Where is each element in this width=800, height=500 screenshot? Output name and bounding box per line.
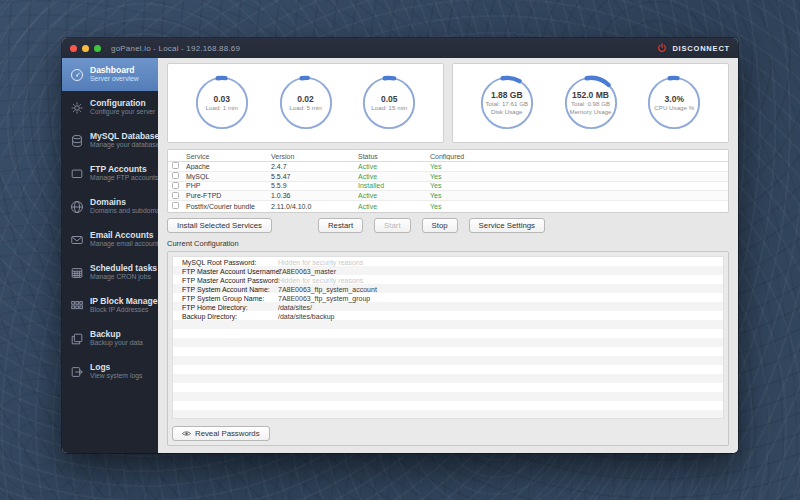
column-header-version: Version [271, 153, 358, 160]
sidebar-item-mysql-databases[interactable]: MySQL Databases Manage your databases [62, 124, 158, 157]
config-row-ftp-master-username: FTP Master Account Username: 7A8E0063_ma… [173, 267, 723, 276]
sidebar-item-label: FTP Accounts [90, 165, 158, 175]
sidebar-item-configuration[interactable]: Configuration Configure your server [62, 91, 158, 124]
sidebar-item-sublabel: Manage FTP accounts [90, 174, 158, 182]
service-checkbox[interactable] [172, 182, 179, 189]
column-header-status: Status [358, 153, 430, 160]
sidebar-item-label: Configuration [90, 99, 155, 109]
sidebar-item-sublabel: Manage email accounts [90, 240, 158, 248]
config-row-ftp-system-group: FTP System Group Name: 7A8E0063_ftp_syst… [173, 294, 723, 303]
table-row-mysql[interactable]: MySQL 5.5.47 Active Yes [168, 172, 728, 182]
table-header-row: Service Version Status Configured [168, 151, 728, 162]
gauge-load-5min: 0.02Load: 5 min [276, 71, 336, 135]
config-row-backup-directory: Backup Directory: /data/sites/backup [173, 312, 723, 321]
service-checkbox[interactable] [172, 172, 179, 179]
sidebar-item-email-accounts[interactable]: Email Accounts Manage email accounts [62, 223, 158, 256]
sidebar-item-ftp-accounts[interactable]: FTP Accounts Manage FTP accounts [62, 157, 158, 190]
service-checkbox[interactable] [172, 192, 179, 199]
disconnect-button[interactable]: DISCONNECT [657, 43, 730, 53]
sidebar-item-domains[interactable]: Domains Domains and subdomains [62, 190, 158, 223]
resource-usage-panel: 1.88 GBTotal: 17.61 GBDisk Usage 152.0 M… [452, 63, 729, 143]
stop-button[interactable]: Stop [422, 218, 458, 233]
service-actions: Install Selected Services Restart Start … [167, 218, 729, 233]
sidebar-item-sublabel: Backup your data [90, 339, 143, 347]
table-row-php[interactable]: PHP 5.5.9 Installed Yes [168, 182, 728, 192]
sidebar-item-sublabel: Domains and subdomains [90, 207, 158, 215]
app-window: goPanel.io - Local - 192.168.88.69 DISCO… [62, 38, 738, 453]
status-badge: Active [358, 173, 430, 180]
service-checkbox[interactable] [172, 162, 179, 169]
reveal-passwords-button[interactable]: Reveal Passwords [172, 426, 270, 441]
gauge-load-1min: 0.03Load: 1 min [192, 71, 252, 135]
config-row-ftp-system-account: FTP System Account Name: 7A8E0063_ftp_sy… [173, 285, 723, 294]
config-row-ftp-home-directory: FTP Home Directory: /data/sites/ [173, 303, 723, 312]
power-icon [657, 43, 667, 53]
service-settings-button[interactable]: Service Settings [469, 218, 545, 233]
sidebar-item-backup[interactable]: Backup Backup your data [62, 322, 158, 355]
sidebar-item-label: Email Accounts [90, 231, 158, 241]
status-badge: Active [358, 203, 430, 210]
sidebar-item-label: Dashboard [90, 66, 139, 76]
sidebar-item-label: Scheduled tasks [90, 264, 157, 274]
grid-squares-icon [69, 298, 84, 313]
table-row-apache[interactable]: Apache 2.4.7 Active Yes [168, 162, 728, 172]
gauge-memory-usage: 152.0 MBTotal: 0.98 GBMemory Usage [561, 71, 621, 135]
sidebar-item-dashboard[interactable]: Dashboard Server overview [62, 58, 158, 91]
sidebar-item-sublabel: Block IP Addresses [90, 306, 158, 314]
speedometer-icon [69, 67, 84, 82]
gauge-cpu-usage: 3.0%CPU Usage % [644, 71, 704, 135]
database-icon [69, 133, 84, 148]
service-checkbox[interactable] [172, 202, 179, 209]
table-row-postfix[interactable]: Postfix/Courier bundle 2.11.0/4.10.0 Act… [168, 201, 728, 211]
sidebar-item-label: Domains [90, 198, 158, 208]
restart-button[interactable]: Restart [318, 218, 363, 233]
load-average-panel: 0.03Load: 1 min 0.02Load: 5 min 0.05Load… [167, 63, 444, 143]
eye-icon [182, 430, 191, 437]
status-badge: Active [358, 192, 430, 199]
disconnect-label: DISCONNECT [672, 44, 730, 53]
export-arrow-icon [69, 364, 84, 379]
sidebar-item-label: MySQL Databases [90, 132, 158, 142]
sidebar-item-label: IP Block Manager [90, 297, 158, 307]
sidebar-item-sublabel: Server overview [90, 75, 139, 83]
zoom-window-button[interactable] [94, 45, 101, 52]
config-row-mysql-root-password: MySQL Root Password: Hidden for security… [173, 258, 723, 267]
current-configuration-label: Current Configuration [167, 239, 729, 248]
envelope-icon [69, 232, 84, 247]
services-table: Service Version Status Configured Apache… [167, 149, 729, 213]
sidebar-item-label: Logs [90, 363, 142, 373]
sidebar-item-sublabel: Manage CRON jobs [90, 273, 157, 281]
sidebar-item-label: Backup [90, 330, 143, 340]
configuration-list: MySQL Root Password: Hidden for security… [172, 256, 724, 419]
configuration-panel: MySQL Root Password: Hidden for security… [167, 251, 729, 446]
traffic-lights [70, 45, 101, 52]
minimize-window-button[interactable] [82, 45, 89, 52]
status-badge: Active [358, 163, 430, 170]
column-header-configured: Configured [430, 153, 724, 160]
install-selected-services-button[interactable]: Install Selected Services [167, 218, 272, 233]
main-content: 0.03Load: 1 min 0.02Load: 5 min 0.05Load… [158, 58, 738, 453]
sidebar-item-logs[interactable]: Logs View system logs [62, 355, 158, 388]
sidebar-item-scheduled-tasks[interactable]: Scheduled tasks Manage CRON jobs [62, 256, 158, 289]
window-title: goPanel.io - Local - 192.168.88.69 [111, 44, 240, 53]
sidebar: Dashboard Server overview Configuration … [62, 58, 158, 453]
sidebar-item-sublabel: Manage your databases [90, 141, 158, 149]
table-row-pure-ftpd[interactable]: Pure-FTPD 1.0.36 Active Yes [168, 191, 728, 201]
sidebar-item-sublabel: Configure your server [90, 108, 155, 116]
sidebar-item-ip-block-manager[interactable]: IP Block Manager Block IP Addresses [62, 289, 158, 322]
start-button[interactable]: Start [374, 218, 410, 233]
sidebar-item-sublabel: View system logs [90, 372, 142, 380]
gauge-load-15min: 0.05Load: 15 min [359, 71, 419, 135]
gear-icon [69, 100, 84, 115]
gauge-disk-usage: 1.88 GBTotal: 17.61 GBDisk Usage [477, 71, 537, 135]
column-header-service: Service [186, 153, 271, 160]
calendar-grid-icon [69, 265, 84, 280]
globe-icon [69, 199, 84, 214]
copy-pages-icon [69, 331, 84, 346]
title-bar: goPanel.io - Local - 192.168.88.69 DISCO… [62, 38, 738, 58]
status-badge: Installed [358, 182, 430, 189]
close-window-button[interactable] [70, 45, 77, 52]
config-row-ftp-master-password: FTP Master Account Password: Hidden for … [173, 276, 723, 285]
screen-icon [69, 166, 84, 181]
reveal-passwords-label: Reveal Passwords [195, 429, 260, 438]
